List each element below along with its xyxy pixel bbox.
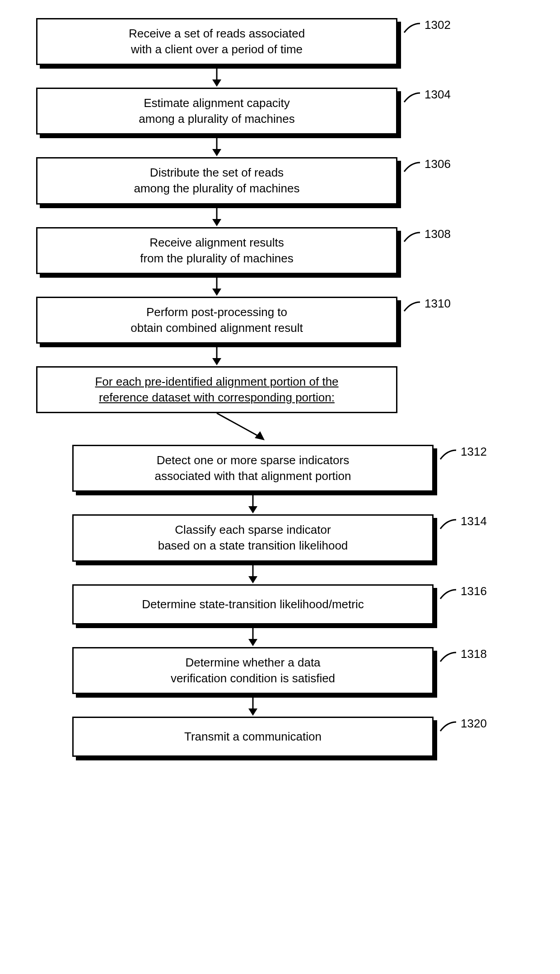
step-box: Estimate alignment capacity among a plur… xyxy=(36,88,397,135)
step-1308: Receive alignment results from the plura… xyxy=(36,227,397,274)
step-box: Classify each sparse indicator based on … xyxy=(72,514,434,561)
ref-label: 1302 xyxy=(425,18,451,32)
flowchart: Receive a set of reads associated with a… xyxy=(18,18,542,757)
ref-label: 1304 xyxy=(425,88,451,102)
svg-marker-17 xyxy=(248,639,257,646)
arrow-down xyxy=(208,65,226,88)
step-box: Transmit a communication xyxy=(72,717,434,757)
arrow-down xyxy=(244,492,262,514)
ref-label: 1306 xyxy=(425,157,451,171)
svg-marker-11 xyxy=(255,431,265,440)
ref-label: 1318 xyxy=(461,647,487,661)
step-1318: Determine whether a data verification co… xyxy=(72,647,434,694)
step-text-line: Distribute the set of reads xyxy=(150,166,284,179)
step-1314: Classify each sparse indicator based on … xyxy=(72,514,434,561)
step-text-line: Determine state-transition likelihood/me… xyxy=(142,597,364,611)
step-1310: Perform post-processing to obtain combin… xyxy=(36,297,397,344)
step-text-line: among a plurality of machines xyxy=(139,112,294,126)
step-box: Determine state-transition likelihood/me… xyxy=(72,584,434,624)
step-text-line: Transmit a communication xyxy=(184,730,322,743)
arrow-down xyxy=(244,562,262,584)
svg-marker-7 xyxy=(212,289,221,296)
svg-marker-13 xyxy=(248,506,257,513)
step-text-line: Perform post-processing to xyxy=(146,305,287,319)
arrow-down xyxy=(244,624,262,647)
ref-label: 1314 xyxy=(461,514,487,528)
step-box: Receive a set of reads associated with a… xyxy=(36,18,397,65)
step-box: Distribute the set of reads among the pl… xyxy=(36,157,397,204)
step-1304: Estimate alignment capacity among a plur… xyxy=(36,88,397,135)
step-1312: Detect one or more sparse indicators ass… xyxy=(72,445,434,492)
svg-marker-5 xyxy=(212,219,221,226)
svg-line-10 xyxy=(217,413,262,438)
svg-marker-1 xyxy=(212,79,221,87)
ref-label: 1312 xyxy=(461,445,487,459)
step-text-line: Estimate alignment capacity xyxy=(144,96,290,110)
arrow-down xyxy=(208,274,226,297)
arrow-down xyxy=(208,135,226,157)
step-box: Determine whether a data verification co… xyxy=(72,647,434,694)
ref-label: 1308 xyxy=(425,227,451,241)
ref-label: 1320 xyxy=(461,717,487,731)
loop-text-line: reference dataset with corresponding por… xyxy=(99,391,335,404)
step-text-line: among the plurality of machines xyxy=(134,182,299,195)
arrow-diagonal xyxy=(208,413,325,445)
step-text-line: with a client over a period of time xyxy=(131,42,303,56)
svg-marker-19 xyxy=(248,708,257,716)
svg-marker-9 xyxy=(212,358,221,365)
step-1320: Transmit a communication 1320 xyxy=(72,717,434,757)
step-1316: Determine state-transition likelihood/me… xyxy=(72,584,434,624)
step-box: Receive alignment results from the plura… xyxy=(36,227,397,274)
loop-text-line: For each pre-identified alignment portio… xyxy=(95,375,338,388)
step-text-line: Receive a set of reads associated xyxy=(129,27,305,40)
step-box: Perform post-processing to obtain combin… xyxy=(36,297,397,344)
ref-label: 1316 xyxy=(461,584,487,598)
step-text-line: from the plurality of machines xyxy=(140,252,294,265)
step-text-line: obtain combined alignment result xyxy=(131,321,303,335)
step-1302: Receive a set of reads associated with a… xyxy=(36,18,397,65)
step-text-line: Detect one or more sparse indicators xyxy=(157,453,349,467)
step-text-line: Classify each sparse indicator xyxy=(175,523,331,536)
step-text-line: Receive alignment results xyxy=(149,236,284,249)
step-text-line: associated with that alignment portion xyxy=(154,469,351,483)
ref-label: 1310 xyxy=(425,297,451,311)
svg-marker-15 xyxy=(248,576,257,583)
arrow-down xyxy=(208,344,226,366)
step-box: Detect one or more sparse indicators ass… xyxy=(72,445,434,492)
arrow-down xyxy=(244,694,262,717)
step-text-line: verification condition is satisfied xyxy=(171,671,335,685)
step-text-line: Determine whether a data xyxy=(185,656,320,669)
loop-header: For each pre-identified alignment portio… xyxy=(36,366,397,413)
loop-box: For each pre-identified alignment portio… xyxy=(36,366,397,413)
step-1306: Distribute the set of reads among the pl… xyxy=(36,157,397,204)
step-text-line: based on a state transition likelihood xyxy=(158,539,348,552)
svg-marker-3 xyxy=(212,149,221,156)
arrow-down xyxy=(208,205,226,227)
